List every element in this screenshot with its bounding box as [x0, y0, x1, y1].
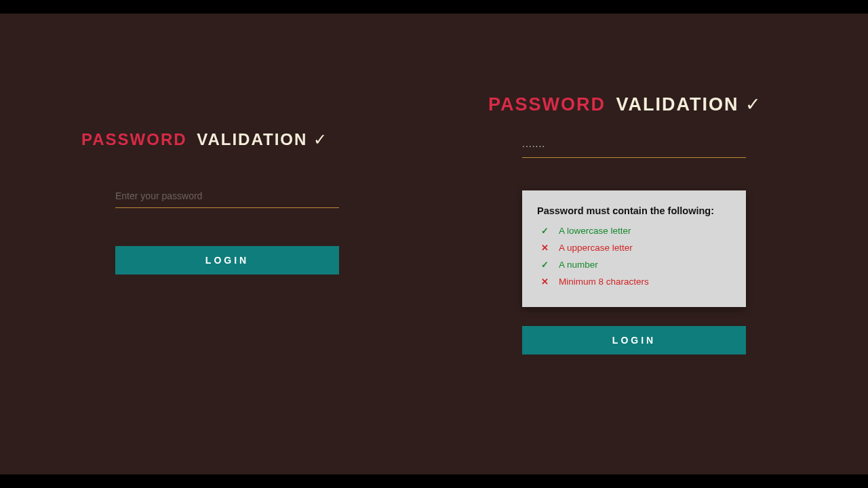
stage: PASSWORD VALIDATION ✓ LOGIN PASSWORD VAL… — [0, 14, 868, 474]
login-button[interactable]: LOGIN — [522, 326, 746, 354]
title-word-1: PASSWORD — [81, 130, 187, 148]
rule-status-icon: ✕ — [540, 277, 549, 287]
rule-number: ✓ A number — [537, 260, 731, 270]
page-title: PASSWORD VALIDATION ✓ — [488, 94, 787, 115]
password-input[interactable] — [522, 140, 746, 151]
login-button[interactable]: LOGIN — [115, 246, 339, 274]
password-field-wrapper — [522, 136, 746, 158]
title-word-2: VALIDATION — [616, 94, 739, 115]
rules-heading: Password must contain the following: — [537, 205, 731, 216]
rule-minlength: ✕ Minimum 8 characters — [537, 277, 731, 287]
rule-label: A number — [559, 260, 598, 270]
rule-label: A uppercase letter — [559, 243, 633, 253]
check-icon: ✓ — [745, 94, 762, 115]
password-field-wrapper — [115, 186, 339, 208]
rule-lowercase: ✓ A lowercase letter — [537, 226, 731, 236]
rule-status-icon: ✓ — [540, 226, 549, 236]
login-panel-empty: PASSWORD VALIDATION ✓ LOGIN — [81, 130, 420, 274]
page-title: PASSWORD VALIDATION ✓ — [81, 130, 420, 149]
validation-rules-box: Password must contain the following: ✓ A… — [522, 190, 746, 307]
rule-status-icon: ✓ — [540, 260, 549, 270]
check-icon: ✓ — [313, 130, 328, 148]
rule-label: A lowercase letter — [559, 226, 631, 236]
rule-label: Minimum 8 characters — [559, 277, 649, 287]
login-panel-validating: PASSWORD VALIDATION ✓ Password must cont… — [488, 94, 787, 354]
rule-uppercase: ✕ A uppercase letter — [537, 243, 731, 253]
password-input[interactable] — [115, 190, 339, 201]
rule-status-icon: ✕ — [540, 243, 549, 253]
title-word-1: PASSWORD — [488, 94, 606, 115]
title-word-2: VALIDATION — [197, 130, 307, 148]
